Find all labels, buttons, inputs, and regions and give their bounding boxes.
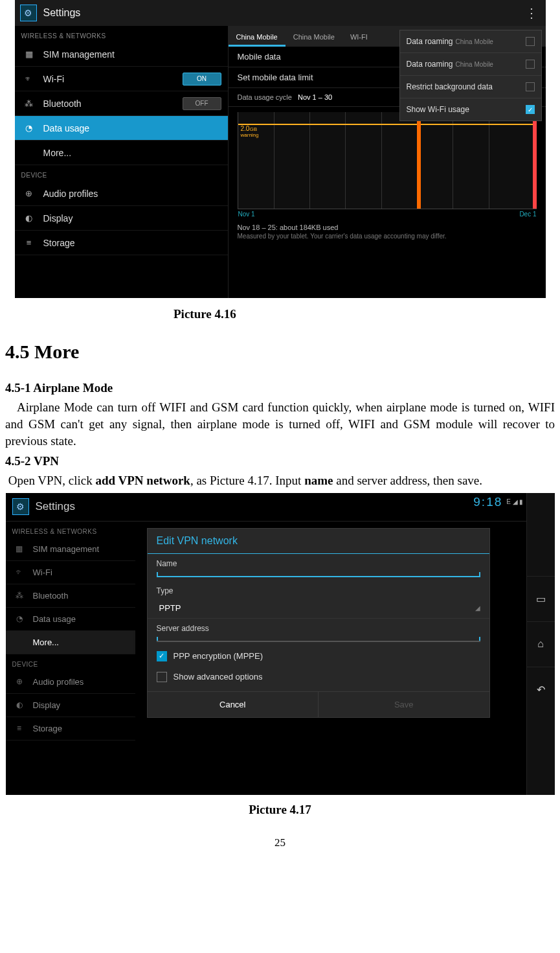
audio-icon: ⊕ xyxy=(21,189,37,198)
sidebar-item-display[interactable]: ◐ Display xyxy=(6,694,135,717)
sidebar-category: WIRELESS & NETWORKS xyxy=(6,522,135,538)
field-type: Type xyxy=(148,581,489,595)
sidebar-item-bluetooth[interactable]: ⁂ Bluetooth xyxy=(6,584,135,608)
threshold-line[interactable]: 2.0GB warning xyxy=(238,124,537,138)
name-label: Name xyxy=(157,559,480,568)
sidebar-item-audio[interactable]: ⊕ Audio profiles xyxy=(6,671,135,694)
popover-label: Data roaming xyxy=(407,60,453,69)
vpn-dialog: Edit VPN network Name Type PPTP ◢ Server… xyxy=(147,528,490,718)
sidebar-item-sim[interactable]: ▦ SIM management xyxy=(6,538,135,561)
dialog-title: Edit VPN network xyxy=(148,529,489,554)
cancel-button[interactable]: Cancel xyxy=(148,692,319,717)
sidebar-item-wifi[interactable]: ᯤ Wi-Fi ON xyxy=(15,67,228,91)
sim-icon: ▦ xyxy=(12,544,27,553)
popover-sublabel: China Mobile xyxy=(456,38,493,45)
tab-sim1[interactable]: China Mobile xyxy=(229,29,286,47)
range-handle-right[interactable] xyxy=(533,112,537,209)
sidebar-item-wifi[interactable]: ᯤ Wi-Fi xyxy=(6,561,135,584)
sidebar-item-label: Storage xyxy=(33,724,63,733)
sidebar-item-label: More... xyxy=(33,637,59,647)
sidebar-item-data-usage[interactable]: ◔ Data usage xyxy=(15,116,228,141)
popover-item-roaming1[interactable]: Data roaming China Mobile xyxy=(400,30,541,53)
tab-sim2[interactable]: China Mobile xyxy=(286,29,342,47)
sim-icon: ▦ xyxy=(21,49,37,59)
sidebar-item-more[interactable]: More... xyxy=(15,141,228,165)
checkbox-icon[interactable] xyxy=(526,37,535,46)
recent-apps-button[interactable]: ▭ xyxy=(527,576,555,621)
ppp-encryption-row[interactable]: ✓ PPP encryption (MPPE) xyxy=(148,646,489,667)
sidebar-item-audio[interactable]: ⊕ Audio profiles xyxy=(15,181,228,206)
threshold-value: 2.0 xyxy=(241,125,250,132)
sidebar-item-label: Audio profiles xyxy=(33,677,84,687)
checkbox-icon[interactable] xyxy=(526,82,535,91)
overflow-menu-icon[interactable]: ⋮ xyxy=(522,5,541,21)
home-button[interactable]: ⌂ xyxy=(527,621,555,667)
sidebar-item-bluetooth[interactable]: ⁂ Bluetooth OFF xyxy=(15,91,228,116)
checkbox-icon[interactable] xyxy=(526,60,535,69)
text-run: and server address, then save. xyxy=(333,474,482,487)
popover-item-wifi-usage[interactable]: Show Wi-Fi usage ✓ xyxy=(400,98,541,121)
usage-summary-note: Measured by your tablet. Your carrier's … xyxy=(229,233,546,244)
app-title: Settings xyxy=(43,7,81,19)
screenshot-data-usage: ⚙ Settings ⋮ WIRELESS & NETWORKS ▦ SIM m… xyxy=(15,0,546,298)
advanced-options-row[interactable]: Show advanced options xyxy=(148,667,489,687)
x-axis-start: Nov 1 xyxy=(238,211,255,218)
wifi-toggle[interactable]: ON xyxy=(183,73,221,86)
sidebar-item-label: More... xyxy=(43,148,72,158)
server-label: Server address xyxy=(157,624,480,633)
clock: 9:18 xyxy=(473,495,502,509)
subsection-heading: 4.5-1 Airplane Mode xyxy=(5,381,555,395)
storage-icon: ≡ xyxy=(12,724,27,733)
advanced-label: Show advanced options xyxy=(174,672,263,682)
sidebar-item-label: SIM management xyxy=(33,544,100,554)
checkbox-icon[interactable]: ✓ xyxy=(526,105,535,114)
settings-sidebar: WIRELESS & NETWORKS ▦ SIM management ᯤ W… xyxy=(15,26,229,298)
popover-label: Data roaming xyxy=(407,37,453,46)
sidebar-item-storage[interactable]: ≡ Storage xyxy=(6,717,135,741)
popover-item-bgdata[interactable]: Restrict background data xyxy=(400,76,541,98)
usage-graph[interactable]: 2.0GB warning Nov 1 Dec 1 xyxy=(238,112,537,209)
checkbox-icon[interactable] xyxy=(157,672,167,682)
sidebar-item-label: Data usage xyxy=(43,123,90,133)
popover-label: Show Wi-Fi usage xyxy=(407,105,469,114)
type-select[interactable]: PPTP ◢ xyxy=(148,598,489,619)
sidebar-item-more[interactable]: More... xyxy=(6,631,135,654)
sidebar-item-sim[interactable]: ▦ SIM management xyxy=(15,42,228,67)
app-title: Settings xyxy=(36,500,75,513)
sidebar-category: DEVICE xyxy=(6,654,135,671)
bluetooth-toggle[interactable]: OFF xyxy=(183,97,221,110)
settings-icon: ⚙ xyxy=(12,498,29,515)
range-handle-left[interactable] xyxy=(417,112,421,209)
tab-wifi[interactable]: WI-FI xyxy=(342,29,375,47)
display-icon: ◐ xyxy=(21,213,37,223)
name-input[interactable] xyxy=(157,576,480,577)
settings-sidebar: WIRELESS & NETWORKS ▦ SIM management ᯤ W… xyxy=(6,522,135,795)
audio-icon: ⊕ xyxy=(12,677,27,686)
sidebar-item-storage[interactable]: ≡ Storage xyxy=(15,231,228,255)
text-run: Open VPN, click xyxy=(8,474,96,487)
figure-caption: Picture 4.16 xyxy=(174,307,555,321)
server-input[interactable] xyxy=(157,641,480,642)
text-run: , as Picture 4.17. Input xyxy=(190,474,304,487)
usage-summary: Nov 18 – 25: about 184KB used xyxy=(229,212,546,233)
field-server: Server address xyxy=(148,619,489,646)
cycle-value: Nov 1 – 30 xyxy=(298,93,332,101)
display-icon: ◐ xyxy=(12,700,27,709)
screenshot-vpn-dialog: 9:18 E ◢ ▮ ⚙ Settings WIRELESS & NETWORK… xyxy=(6,493,555,795)
titlebar: ⚙ Settings ⋮ xyxy=(15,0,546,26)
sidebar-item-data-usage[interactable]: ◔ Data usage xyxy=(6,608,135,631)
figure-caption: Picture 4.17 xyxy=(5,803,555,817)
save-button[interactable]: Save xyxy=(319,692,489,717)
chevron-down-icon: ◢ xyxy=(475,604,480,612)
data-usage-icon: ◔ xyxy=(12,614,27,623)
cycle-label: Data usage cycle xyxy=(238,93,292,101)
system-nav-bar: ▭ ⌂ ↶ xyxy=(526,493,555,795)
field-name: Name xyxy=(148,554,489,581)
checkbox-icon[interactable]: ✓ xyxy=(157,651,167,661)
sidebar-item-display[interactable]: ◐ Display xyxy=(15,206,228,231)
back-button[interactable]: ↶ xyxy=(527,667,555,712)
popover-item-roaming2[interactable]: Data roaming China Mobile xyxy=(400,53,541,76)
wifi-icon: ᯤ xyxy=(21,74,37,84)
sidebar-item-label: Display xyxy=(33,700,61,710)
popover-label: Restrict background data xyxy=(407,82,493,91)
